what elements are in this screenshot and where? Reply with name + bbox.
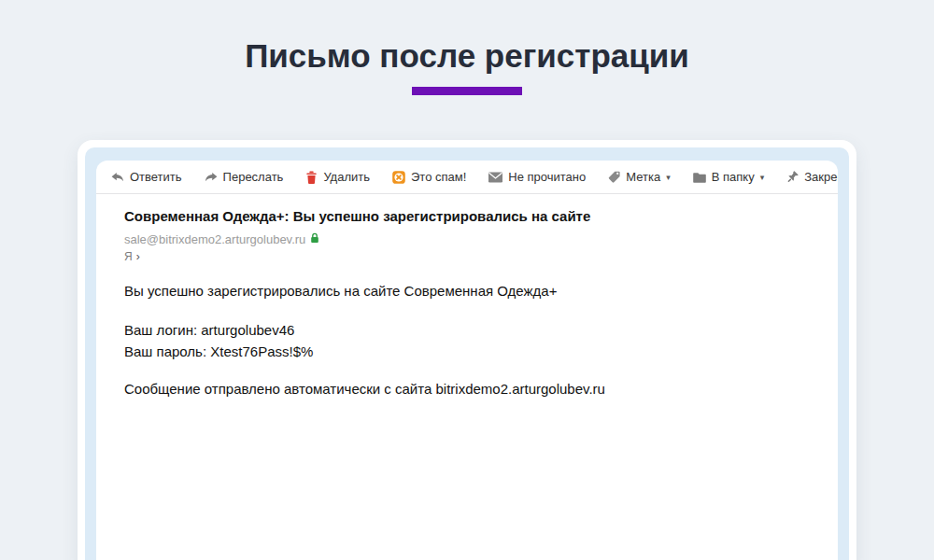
body-footer-line: Сообщение отправлено автоматически с сай… (124, 381, 838, 397)
spam-button[interactable]: Это спам! (391, 170, 466, 185)
email-sender-row[interactable]: sale@bitrixdemo2.arturgolubev.ru (124, 232, 838, 246)
reply-icon (110, 170, 125, 185)
label-button[interactable]: Метка ▾ (607, 170, 670, 184)
mail-window: Ответить Переслать Удалить Это спам! (96, 161, 838, 560)
chevron-down-icon: ▾ (760, 173, 765, 182)
recipient-row[interactable]: Я › (124, 250, 838, 263)
mail-app-background: Ответить Переслать Удалить Это спам! (85, 147, 849, 560)
delete-label: Удалить (323, 170, 370, 184)
body-login-line: Ваш логин: arturgolubev46 (124, 322, 838, 338)
unread-button[interactable]: Не прочитано (488, 170, 586, 184)
email-screenshot-card: Ответить Переслать Удалить Это спам! (78, 140, 856, 560)
unread-label: Не прочитано (508, 170, 586, 184)
move-to-folder-button[interactable]: В папку ▾ (692, 170, 764, 184)
title-underline-bar (412, 87, 522, 95)
email-body: Вы успешно зарегистрировались на сайте С… (124, 283, 838, 397)
message-pane: Современная Одежда+: Вы успешно зарегист… (96, 194, 838, 397)
trash-icon (304, 170, 318, 185)
delete-button[interactable]: Удалить (304, 170, 370, 185)
email-reading-pane: Ответить Переслать Удалить Это спам! (96, 161, 838, 560)
pin-label: Закрепить (804, 170, 838, 184)
body-intro-line: Вы успешно зарегистрировались на сайте С… (124, 283, 838, 299)
forward-icon (204, 170, 219, 185)
sender-address: sale@bitrixdemo2.arturgolubev.ru (124, 232, 305, 246)
forward-button[interactable]: Переслать (204, 170, 284, 185)
body-password-line: Ваш пароль: Xtest76Pass!$% (124, 343, 838, 359)
spam-label: Это спам! (411, 170, 466, 184)
chevron-down-icon: ▾ (666, 173, 671, 182)
forward-label: Переслать (223, 170, 284, 184)
spam-icon (391, 170, 406, 185)
pin-icon (785, 170, 800, 184)
recipient-label: Я (124, 250, 133, 263)
envelope-icon (488, 171, 503, 184)
pin-button[interactable]: Закрепить (785, 170, 838, 184)
tag-icon (607, 170, 621, 184)
email-subject: Современная Одежда+: Вы успешно зарегист… (124, 208, 838, 224)
lock-icon (310, 232, 319, 246)
chevron-right-icon: › (136, 250, 140, 263)
folder-label: В папку (712, 170, 755, 184)
reply-label: Ответить (130, 170, 182, 184)
mail-toolbar: Ответить Переслать Удалить Это спам! (96, 161, 838, 194)
reply-button[interactable]: Ответить (110, 170, 182, 185)
page-title: Письмо после регистрации (0, 0, 934, 75)
label-label: Метка (626, 170, 660, 184)
folder-icon (692, 171, 707, 184)
